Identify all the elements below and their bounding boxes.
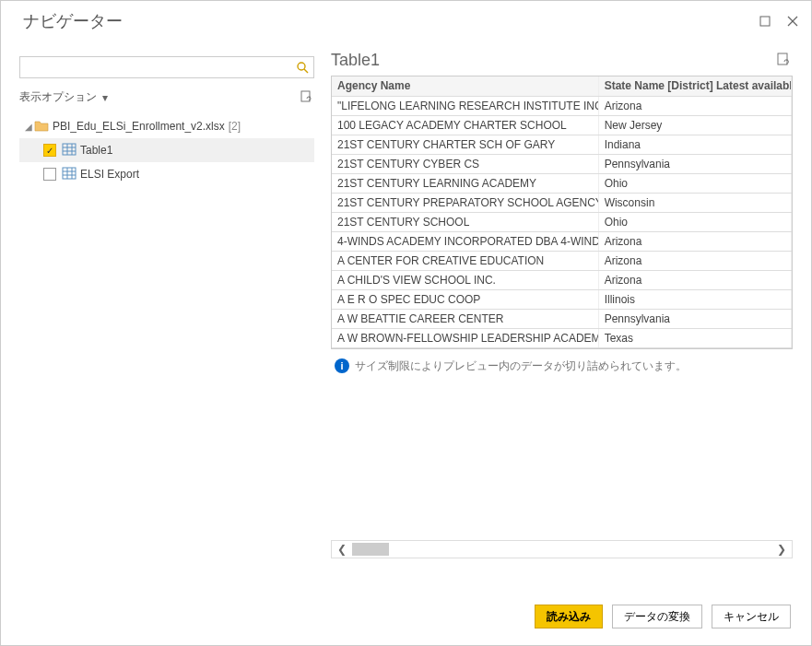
navigator-dialog: ナビゲーター 表示オプション ▾ xyxy=(0,0,812,646)
cell: A W BEATTIE CAREER CENTER xyxy=(332,309,598,328)
table-row[interactable]: A E R O SPEC EDUC COOPIllinois xyxy=(332,289,792,309)
tree-file-node[interactable]: ◢ PBI_Edu_ELSi_Enrollment_v2.xlsx [2] xyxy=(19,114,314,138)
checkbox[interactable] xyxy=(43,168,56,181)
cell: A W BROWN-FELLOWSHIP LEADERSHIP ACADEMY xyxy=(332,328,598,347)
table-icon xyxy=(62,143,76,158)
search-input[interactable] xyxy=(24,58,295,76)
truncation-note: i サイズ制限によりプレビュー内のデータが切り詰められています。 xyxy=(331,349,793,383)
svg-rect-7 xyxy=(63,144,76,155)
scroll-thumb[interactable] xyxy=(352,543,389,556)
cell: 100 LEGACY ACADEMY CHARTER SCHOOL xyxy=(332,115,598,135)
search-box[interactable] xyxy=(19,56,314,78)
scroll-left-button[interactable]: ❮ xyxy=(332,543,352,556)
maximize-button[interactable] xyxy=(754,10,776,32)
cell: Ohio xyxy=(598,173,791,193)
title-bar: ナビゲーター xyxy=(1,1,811,38)
cell: Pennsylvania xyxy=(598,309,791,328)
close-icon xyxy=(787,16,798,27)
left-pane: 表示オプション ▾ ◢ PBI_Edu_ELSi_Enrollment_v2.x… xyxy=(19,38,314,590)
checkbox[interactable]: ✓ xyxy=(43,144,56,157)
window-title: ナビゲーター xyxy=(23,10,754,32)
cell: "LIFELONG LEARNING RESEARCH INSTITUTE IN… xyxy=(332,96,598,115)
tree-item-label: ELSI Export xyxy=(80,168,139,181)
cell: Pennsylvania xyxy=(598,154,791,173)
window-controls xyxy=(754,10,804,32)
table-row[interactable]: 21ST CENTURY SCHOOLOhio xyxy=(332,212,792,231)
table-row[interactable]: "LIFELONG LEARNING RESEARCH INSTITUTE IN… xyxy=(332,96,792,115)
close-button[interactable] xyxy=(782,10,804,32)
table-row[interactable]: A CHILD'S VIEW SCHOOL INC.Arizona xyxy=(332,270,792,289)
grid-body: "LIFELONG LEARNING RESEARCH INSTITUTE IN… xyxy=(332,96,792,347)
cell: Ohio xyxy=(598,212,791,231)
svg-rect-5 xyxy=(301,91,310,101)
table-row[interactable]: A CENTER FOR CREATIVE EDUCATIONArizona xyxy=(332,251,792,270)
file-name: PBI_Edu_ELSi_Enrollment_v2.xlsx xyxy=(53,120,225,133)
cell: Arizona xyxy=(598,96,791,115)
cell: 21ST CENTURY LEARNING ACADEMY xyxy=(332,173,598,193)
cell: Arizona xyxy=(598,270,791,289)
cell: 21ST CENTURY PREPARATORY SCHOOL AGENCY xyxy=(332,193,598,212)
horizontal-scrollbar[interactable]: ❮ ❯ xyxy=(331,540,793,558)
cell: Illinois xyxy=(598,289,791,309)
cell: Texas xyxy=(598,328,791,347)
folder-icon xyxy=(34,119,49,134)
cell: 4-WINDS ACADEMY INCORPORATED DBA 4-WINDS… xyxy=(332,231,598,251)
cell: 21ST CENTURY CYBER CS xyxy=(332,154,598,173)
tree-item-label: Table1 xyxy=(80,144,112,157)
table-row[interactable]: 100 LEGACY ACADEMY CHARTER SCHOOLNew Jer… xyxy=(332,115,792,135)
refresh-icon[interactable] xyxy=(300,90,314,105)
dialog-footer: 読み込み データの変換 キャンセル xyxy=(1,590,811,645)
table-row[interactable]: A W BEATTIE CAREER CENTERPennsylvania xyxy=(332,309,792,328)
svg-rect-17 xyxy=(778,53,787,65)
cell: 21ST CENTURY CHARTER SCH OF GARY xyxy=(332,135,598,154)
cell: New Jersey xyxy=(598,115,791,135)
navigator-tree: ◢ PBI_Edu_ELSi_Enrollment_v2.xlsx [2] ✓T… xyxy=(19,114,314,186)
tree-item-table1[interactable]: ✓Table1 xyxy=(19,138,314,162)
table-row[interactable]: 4-WINDS ACADEMY INCORPORATED DBA 4-WINDS… xyxy=(332,231,792,251)
preview-header: Table1 xyxy=(331,51,793,70)
grid-header-row: Agency NameState Name [District] Latest … xyxy=(332,76,792,96)
preview-grid[interactable]: Agency NameState Name [District] Latest … xyxy=(331,76,793,349)
table-icon xyxy=(62,167,76,182)
cell: A E R O SPEC EDUC COOP xyxy=(332,289,598,309)
table-row[interactable]: A W BROWN-FELLOWSHIP LEADERSHIP ACADEMYT… xyxy=(332,328,792,347)
table-row[interactable]: 21ST CENTURY PREPARATORY SCHOOL AGENCYWi… xyxy=(332,193,792,212)
tree-item-elsi-export[interactable]: ELSI Export xyxy=(19,162,314,186)
table-row[interactable]: 21ST CENTURY LEARNING ACADEMYOhio xyxy=(332,173,792,193)
cell: Arizona xyxy=(598,231,791,251)
scroll-track[interactable] xyxy=(352,541,771,558)
svg-line-4 xyxy=(304,69,308,73)
cancel-button[interactable]: キャンセル xyxy=(712,605,791,628)
cell: A CENTER FOR CREATIVE EDUCATION xyxy=(332,251,598,270)
dialog-body: 表示オプション ▾ ◢ PBI_Edu_ELSi_Enrollment_v2.x… xyxy=(1,38,811,590)
search-icon[interactable] xyxy=(295,60,310,75)
cell: Wisconsin xyxy=(598,193,791,212)
cell: Indiana xyxy=(598,135,791,154)
display-options[interactable]: 表示オプション ▾ xyxy=(19,88,314,107)
cell: A CHILD'S VIEW SCHOOL INC. xyxy=(332,270,598,289)
table-row[interactable]: 21ST CENTURY CYBER CSPennsylvania xyxy=(332,154,792,173)
column-header[interactable]: State Name [District] Latest available y… xyxy=(598,76,791,96)
maximize-icon xyxy=(759,16,771,27)
cell: Arizona xyxy=(598,251,791,270)
preview-title: Table1 xyxy=(331,51,776,70)
file-item-count: [2] xyxy=(229,120,241,133)
svg-rect-12 xyxy=(63,168,76,179)
transform-button[interactable]: データの変換 xyxy=(612,605,702,628)
scroll-right-button[interactable]: ❯ xyxy=(771,543,792,556)
refresh-preview-icon[interactable] xyxy=(776,53,793,69)
truncation-text: サイズ制限によりプレビュー内のデータが切り詰められています。 xyxy=(355,358,687,374)
load-button[interactable]: 読み込み xyxy=(535,605,603,628)
chevron-down-icon: ▾ xyxy=(102,91,108,104)
expand-arrow-icon[interactable]: ◢ xyxy=(23,122,34,132)
preview-pane: Table1 Agency NameState Name [District] … xyxy=(314,38,793,590)
svg-point-3 xyxy=(298,63,305,70)
tree-children: ✓Table1ELSI Export xyxy=(19,138,314,186)
cell: 21ST CENTURY SCHOOL xyxy=(332,212,598,231)
table-row[interactable]: 21ST CENTURY CHARTER SCH OF GARYIndiana xyxy=(332,135,792,154)
column-header[interactable]: Agency Name xyxy=(332,76,598,96)
svg-rect-0 xyxy=(760,17,770,26)
info-icon: i xyxy=(335,358,349,373)
display-options-label: 表示オプション xyxy=(19,89,97,105)
